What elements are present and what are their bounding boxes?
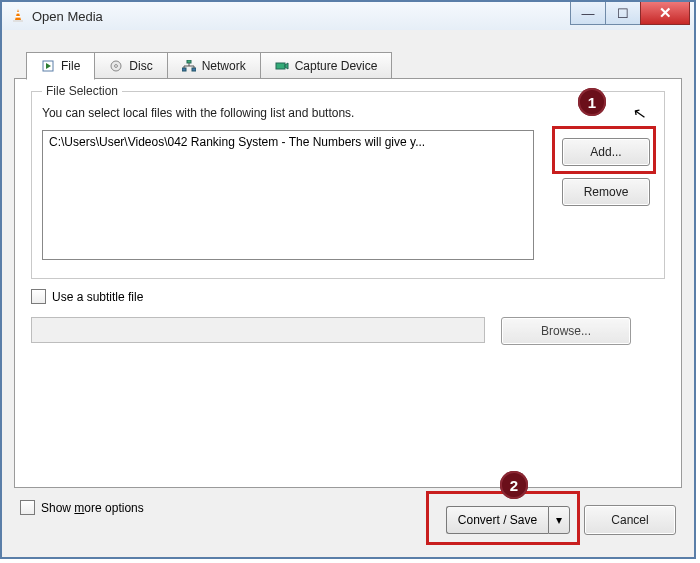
client-area: File Disc Network Capture Device File Se… (2, 30, 694, 557)
chevron-down-icon: ▾ (556, 513, 562, 527)
tab-bar: File Disc Network Capture Device (26, 52, 391, 80)
tab-panel-file: File Selection You can select local file… (14, 78, 682, 488)
show-more-label: Show more options (41, 501, 144, 515)
tab-file[interactable]: File (26, 52, 95, 80)
svg-rect-2 (16, 12, 20, 14)
tab-file-label: File (61, 59, 80, 73)
subtitle-path-input (31, 317, 485, 343)
tab-network[interactable]: Network (167, 52, 261, 79)
network-icon (182, 59, 196, 73)
svg-rect-9 (182, 68, 186, 71)
tab-capture[interactable]: Capture Device (260, 52, 393, 79)
annotation-badge-2: 2 (500, 471, 528, 499)
svg-rect-8 (187, 60, 191, 63)
minimize-button[interactable]: — (570, 2, 606, 25)
svg-marker-0 (15, 9, 21, 20)
capture-icon (275, 59, 289, 73)
svg-point-7 (115, 65, 118, 68)
subtitle-checkbox[interactable] (31, 289, 46, 304)
svg-rect-1 (13, 20, 23, 22)
file-selection-description: You can select local files with the foll… (42, 106, 354, 120)
file-selection-legend: File Selection (42, 84, 122, 98)
cancel-button[interactable]: Cancel (584, 505, 676, 535)
convert-save-label: Convert / Save (458, 513, 537, 527)
convert-save-dropdown[interactable]: ▾ (548, 506, 570, 534)
dialog-footer: Convert / Save ▾ Cancel (446, 505, 676, 535)
file-play-icon (41, 59, 55, 73)
maximize-button[interactable]: ☐ (605, 2, 641, 25)
titlebar[interactable]: Open Media — ☐ ✕ (2, 2, 694, 31)
subtitle-checkbox-label: Use a subtitle file (52, 290, 143, 304)
svg-rect-10 (192, 68, 196, 71)
open-media-window: Open Media — ☐ ✕ File Disc Network Captu… (0, 0, 696, 559)
add-button-label: Add... (590, 145, 621, 159)
add-button[interactable]: Add... (562, 138, 650, 166)
cancel-button-label: Cancel (611, 513, 648, 527)
window-controls: — ☐ ✕ (570, 2, 690, 24)
cursor-icon: ↖ (631, 103, 647, 124)
tab-disc-label: Disc (129, 59, 152, 73)
tab-network-label: Network (202, 59, 246, 73)
annotation-badge-1: 1 (578, 88, 606, 116)
svg-rect-11 (276, 63, 285, 69)
convert-save-main[interactable]: Convert / Save (446, 506, 548, 534)
vlc-icon (10, 8, 26, 24)
remove-button-label: Remove (584, 185, 629, 199)
file-selection-group: File Selection You can select local file… (31, 91, 665, 279)
subtitle-row: Use a subtitle file (31, 289, 143, 304)
convert-save-button[interactable]: Convert / Save ▾ (446, 506, 570, 534)
file-list[interactable]: C:\Users\User\Videos\042 Ranking System … (42, 130, 534, 260)
show-more-options[interactable]: Show more options (20, 500, 144, 515)
show-more-checkbox[interactable] (20, 500, 35, 515)
browse-button-label: Browse... (541, 324, 591, 338)
disc-icon (109, 59, 123, 73)
close-button[interactable]: ✕ (640, 2, 690, 25)
file-list-item[interactable]: C:\Users\User\Videos\042 Ranking System … (43, 131, 533, 153)
tab-disc[interactable]: Disc (94, 52, 167, 79)
browse-button: Browse... (501, 317, 631, 345)
window-title: Open Media (32, 9, 570, 24)
tab-capture-label: Capture Device (295, 59, 378, 73)
remove-button[interactable]: Remove (562, 178, 650, 206)
svg-rect-3 (15, 16, 20, 18)
